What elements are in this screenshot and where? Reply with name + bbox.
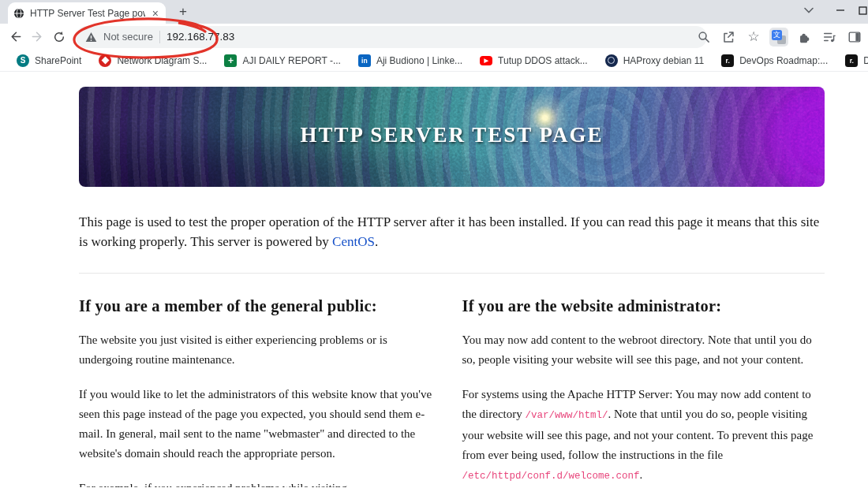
translate-extension-icon[interactable]: 文 <box>769 27 789 47</box>
side-panel-icon[interactable] <box>844 27 865 47</box>
sharepoint-icon: S <box>17 54 29 67</box>
window-minimize-button[interactable] <box>830 2 851 19</box>
tab-close-icon[interactable]: × <box>151 8 160 19</box>
back-button[interactable] <box>5 27 25 47</box>
paragraph: You may now add content to the webroot d… <box>462 330 825 370</box>
roadmap-icon: r. <box>845 54 858 67</box>
window-maximize-button[interactable] <box>852 2 868 19</box>
address-bar[interactable]: Not secure 192.168.77.83 <box>76 26 707 48</box>
linkedin-icon: in <box>358 54 371 67</box>
reload-button[interactable] <box>49 27 69 47</box>
bookmark-youtube[interactable]: ▶ Tutup DDOS attack... <box>471 51 597 70</box>
administrator-column: If you are the website administrator: Yo… <box>462 274 825 487</box>
bookmark-aji-daily-report[interactable]: + AJI DAILY REPORT -... <box>215 51 349 70</box>
paragraph: If you would like to let the administrat… <box>79 385 442 464</box>
paragraph: The website you just visited is either e… <box>79 330 442 370</box>
bookmark-network-diagram[interactable]: Network Diagram S... <box>90 51 215 70</box>
globe-favicon-icon <box>13 8 24 19</box>
paragraph: For systems using the Apache HTTP Server… <box>462 385 825 486</box>
administrator-heading: If you are the website administrator: <box>462 297 825 315</box>
haproxy-icon <box>605 54 618 67</box>
spreadsheet-icon: + <box>224 54 237 67</box>
bookmark-linkedin[interactable]: in Aji Budiono | Linke... <box>350 51 471 70</box>
browser-tab[interactable]: HTTP Server Test Page powered × <box>8 2 166 24</box>
url-text[interactable]: 192.168.77.83 <box>166 31 234 43</box>
diagram-icon <box>99 54 111 67</box>
bookmark-haproxy[interactable]: HAProxy debian 11 <box>597 51 713 70</box>
media-controls-icon[interactable] <box>819 27 840 47</box>
roadmap-icon: r. <box>721 54 734 67</box>
intro-paragraph: This page is used to test the proper ope… <box>79 212 825 251</box>
bookmark-docker-roadmap[interactable]: r. Docker Roadmap -... <box>836 51 868 70</box>
search-icon[interactable] <box>693 27 713 47</box>
centos-link[interactable]: CentOS <box>332 234 375 249</box>
new-tab-button[interactable]: + <box>174 2 193 21</box>
omnibox-divider <box>159 31 160 43</box>
bookmark-star-icon[interactable]: ☆ <box>743 27 764 47</box>
browser-window: HTTP Server Test Page powered × + Not s <box>0 0 868 488</box>
page-content: HTTP SERVER TEST PAGE This page is used … <box>0 72 868 487</box>
youtube-icon: ▶ <box>480 56 492 65</box>
not-secure-label: Not secure <box>103 31 153 43</box>
share-icon[interactable] <box>718 27 739 47</box>
general-public-heading: If you are a member of the general publi… <box>79 297 442 315</box>
inline-code: /etc/httpd/conf.d/welcome.conf <box>462 471 640 482</box>
forward-button[interactable] <box>27 27 47 47</box>
inline-code: /var/www/html/ <box>525 410 608 421</box>
bookmarks-bar: S SharePoint Network Diagram S... + AJI … <box>0 50 868 72</box>
bookmark-devops-roadmap[interactable]: r. DevOps Roadmap:... <box>713 51 836 70</box>
general-public-column: If you are a member of the general publi… <box>79 274 442 487</box>
not-secure-warning-icon[interactable] <box>85 32 97 43</box>
browser-toolbar: Not secure 192.168.77.83 ☆ 文 <box>0 24 868 50</box>
tab-title: HTTP Server Test Page powered <box>30 8 145 19</box>
banner-title: HTTP SERVER TEST PAGE <box>79 87 825 147</box>
test-page-banner: HTTP SERVER TEST PAGE <box>79 87 825 187</box>
window-chevron-icon[interactable] <box>799 2 819 19</box>
paragraph: For example, if you experienced problems… <box>79 479 442 487</box>
tab-strip: HTTP Server Test Page powered × + <box>0 0 868 24</box>
extensions-puzzle-icon[interactable] <box>794 27 814 47</box>
bookmark-sharepoint[interactable]: S SharePoint <box>8 51 90 70</box>
